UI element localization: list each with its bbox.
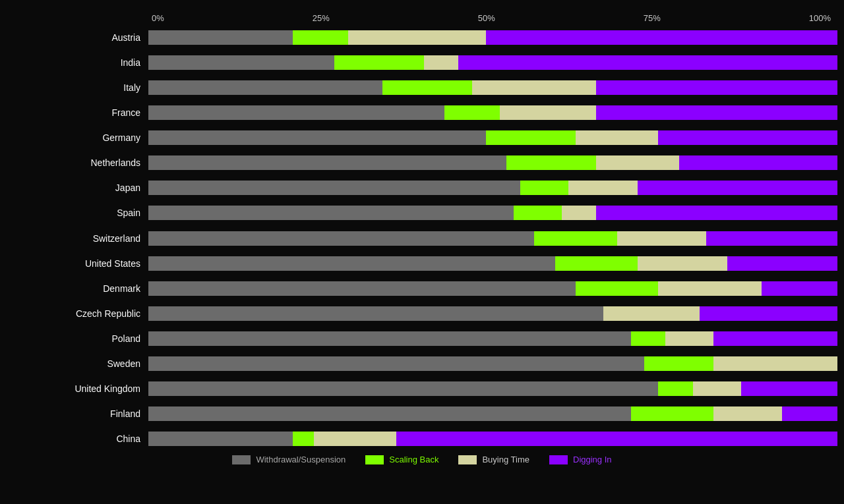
legend-item: Withdrawal/Suspension <box>232 455 346 464</box>
country-label: Spain <box>7 208 148 218</box>
buying-seg <box>713 406 783 421</box>
bar-track <box>148 155 837 170</box>
withdrawal-seg <box>148 130 486 145</box>
buying-seg <box>472 80 596 95</box>
digging-seg <box>727 256 837 271</box>
bar-row: Switzerland <box>7 229 837 248</box>
scaling-seg <box>514 206 562 220</box>
bar-track <box>148 256 837 271</box>
bar-row: United Kingdom <box>7 379 837 398</box>
digging-seg <box>679 155 837 170</box>
scaling-seg <box>631 331 665 346</box>
buying-seg <box>617 231 707 246</box>
bar-track <box>148 381 837 396</box>
legend-label: Buying Time <box>482 455 529 464</box>
withdrawal-seg <box>148 381 658 396</box>
scaling-seg <box>631 406 713 421</box>
legend-item: Buying Time <box>458 455 529 464</box>
bar-track <box>148 105 837 120</box>
withdrawal-seg <box>148 406 631 421</box>
scaling-seg <box>382 80 472 95</box>
withdrawal-seg <box>148 181 520 195</box>
bar-row: France <box>7 103 837 122</box>
bar-row: Sweden <box>7 354 837 373</box>
buying-seg <box>348 30 486 45</box>
bar-track <box>148 130 837 145</box>
buying-seg <box>424 55 458 70</box>
digging-seg <box>396 432 837 446</box>
digging-seg <box>762 281 837 296</box>
withdrawal-seg <box>148 356 644 371</box>
withdrawal-seg <box>148 55 334 70</box>
country-label: United States <box>7 258 148 269</box>
country-label: Austria <box>7 32 148 43</box>
scaling-seg <box>555 256 638 271</box>
legend-label: Digging In <box>573 455 612 464</box>
bar-row: Denmark <box>7 279 837 298</box>
buying-seg <box>603 306 700 321</box>
digging-seg <box>713 331 837 346</box>
legend: Withdrawal/SuspensionScaling BackBuying … <box>7 448 837 464</box>
chart-container: 0%25%50%75%100% AustriaIndiaItalyFranceG… <box>0 0 844 504</box>
buying-seg <box>596 155 678 170</box>
withdrawal-seg <box>148 306 603 321</box>
country-label: India <box>7 57 148 68</box>
bar-track <box>148 406 837 421</box>
country-label: Netherlands <box>7 157 148 168</box>
bar-row: India <box>7 53 837 72</box>
bar-row: Germany <box>7 128 837 147</box>
country-label: Switzerland <box>7 233 148 244</box>
bar-track <box>148 432 837 446</box>
scaling-seg <box>658 381 692 396</box>
withdrawal-seg <box>148 281 576 296</box>
scaling-seg <box>293 30 348 45</box>
bar-row: Italy <box>7 78 837 97</box>
withdrawal-seg <box>148 30 293 45</box>
withdrawal-seg <box>148 256 555 271</box>
buying-seg <box>568 181 638 195</box>
legend-swatch <box>549 455 568 464</box>
scaling-seg <box>293 432 313 446</box>
chart-body: AustriaIndiaItalyFranceGermanyNetherland… <box>7 28 837 448</box>
digging-seg <box>596 105 837 120</box>
buying-seg <box>713 356 837 371</box>
bar-row: Czech Republic <box>7 304 837 323</box>
bar-row: United States <box>7 254 837 273</box>
buying-seg <box>562 206 596 220</box>
legend-swatch <box>232 455 251 464</box>
digging-seg <box>782 406 837 421</box>
bar-row: China <box>7 430 837 448</box>
country-label: United Kingdom <box>7 383 148 394</box>
buying-seg <box>658 281 762 296</box>
bar-track <box>148 30 837 45</box>
buying-seg <box>638 256 727 271</box>
x-label: 50% <box>478 13 495 23</box>
buying-seg <box>314 432 396 446</box>
scaling-seg <box>444 105 500 120</box>
scaling-seg <box>506 155 596 170</box>
country-label: Sweden <box>7 358 148 369</box>
digging-seg <box>596 80 837 95</box>
withdrawal-seg <box>148 105 444 120</box>
bar-track <box>148 181 837 195</box>
legend-item: Scaling Back <box>365 455 438 464</box>
scaling-seg <box>520 181 568 195</box>
withdrawal-seg <box>148 231 534 246</box>
country-label: France <box>7 107 148 118</box>
digging-seg <box>486 30 837 45</box>
bar-row: Spain <box>7 204 837 222</box>
country-label: Italy <box>7 82 148 93</box>
bar-track <box>148 80 837 95</box>
buying-seg <box>576 130 658 145</box>
scaling-seg <box>576 281 658 296</box>
bar-track <box>148 306 837 321</box>
bar-track <box>148 281 837 296</box>
country-label: Poland <box>7 333 148 344</box>
x-label: 25% <box>313 13 330 23</box>
scaling-seg <box>334 55 424 70</box>
legend-swatch <box>365 455 384 464</box>
scaling-seg <box>534 231 617 246</box>
bar-row: Netherlands <box>7 154 837 172</box>
withdrawal-seg <box>148 206 514 220</box>
bar-track <box>148 231 837 246</box>
